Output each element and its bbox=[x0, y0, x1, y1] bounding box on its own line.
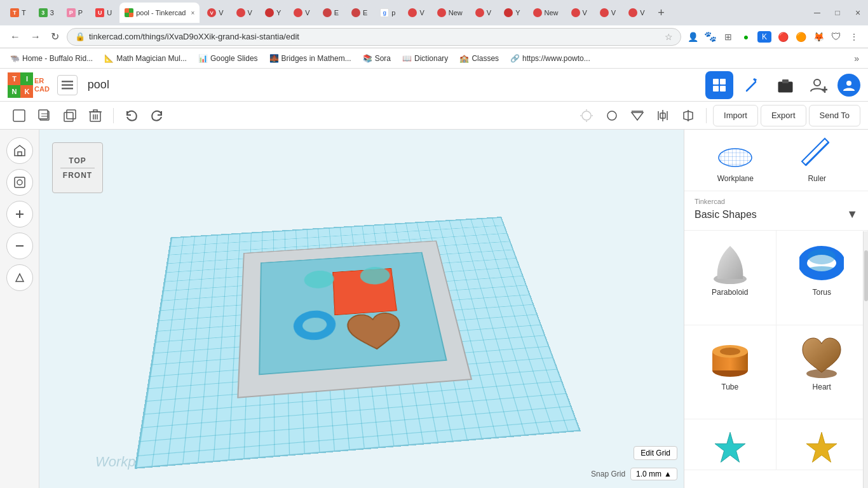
pool-base[interactable] bbox=[237, 241, 472, 398]
shape-tube[interactable]: Tube bbox=[684, 325, 776, 420]
tab-v8[interactable]: V bbox=[623, 3, 649, 23]
export-button[interactable]: Export bbox=[761, 105, 806, 126]
new-shape-button[interactable] bbox=[8, 104, 31, 127]
tab-t[interactable]: T T bbox=[5, 3, 31, 23]
svg-point-28 bbox=[719, 149, 752, 166]
browser-ext-4[interactable]: ● bbox=[740, 30, 752, 43]
view-cube[interactable]: TOP FRONT bbox=[52, 142, 103, 193]
add-user-button[interactable] bbox=[804, 71, 832, 99]
tab-e2[interactable]: E bbox=[346, 3, 372, 23]
shape-torus[interactable]: Torus bbox=[776, 231, 869, 325]
edit-grid-button[interactable]: Edit Grid bbox=[634, 446, 677, 460]
zoom-in-button[interactable] bbox=[6, 201, 33, 227]
browser-ext-6[interactable]: 🔴 bbox=[776, 30, 789, 43]
ruler-tool[interactable]: Ruler bbox=[798, 137, 836, 183]
browser-ext-9[interactable]: 🛡 bbox=[830, 30, 843, 43]
bookmark-sora[interactable]: 📚 Sora bbox=[358, 52, 396, 65]
browser-ext-7[interactable]: 🟠 bbox=[794, 30, 807, 43]
reload-button[interactable]: ↻ bbox=[48, 28, 62, 45]
snap-grid-value[interactable]: 1.0 mm ▲ bbox=[630, 468, 677, 480]
send-to-button[interactable]: Send To bbox=[809, 105, 860, 126]
user-avatar[interactable] bbox=[837, 74, 860, 97]
undo-button[interactable] bbox=[120, 104, 143, 127]
light-mode-button[interactable] bbox=[575, 104, 598, 127]
projects-icon[interactable] bbox=[771, 71, 799, 99]
bookmark-home[interactable]: 🐃 Home - Buffalo Rid... bbox=[5, 52, 98, 65]
shape-star-teal[interactable] bbox=[684, 419, 776, 470]
browser-menu[interactable]: ⋮ bbox=[848, 30, 860, 43]
list-view-icon[interactable] bbox=[57, 75, 78, 95]
url-bar[interactable]: 🔒 tinkercad.com/things/iXvaD9oXXik-grand… bbox=[67, 28, 681, 46]
tab-p[interactable]: P P bbox=[62, 3, 88, 23]
tab-y1[interactable]: Y bbox=[260, 3, 286, 23]
tab-e1[interactable]: E bbox=[318, 3, 344, 23]
browser-ext-2[interactable]: 🐾 bbox=[704, 30, 717, 43]
bookmarks-more[interactable]: » bbox=[850, 51, 863, 65]
fit-view-button[interactable] bbox=[6, 169, 33, 196]
close-button[interactable]: × bbox=[853, 8, 863, 18]
tab-v7[interactable]: V bbox=[595, 3, 621, 23]
tab-y2[interactable]: Y bbox=[499, 3, 525, 23]
shape-heart-3d[interactable] bbox=[344, 310, 407, 357]
tab-u[interactable]: U U bbox=[90, 3, 117, 23]
svg-rect-13 bbox=[13, 110, 25, 121]
tab-active[interactable]: pool - Tinkercad × bbox=[119, 3, 200, 23]
bookmark-powto[interactable]: 🔗 https://www.powto... bbox=[505, 52, 595, 65]
shape-heart-item[interactable]: Heart bbox=[776, 325, 869, 420]
workplane-tool[interactable]: Workplane bbox=[716, 137, 754, 183]
left-panel bbox=[0, 130, 39, 488]
tab-new1[interactable]: New bbox=[432, 3, 468, 23]
browser-ext-1[interactable]: 👤 bbox=[686, 30, 699, 43]
app-container: T I N K ERCAD pool bbox=[0, 69, 868, 488]
import-button[interactable]: Import bbox=[713, 105, 758, 126]
star-icon[interactable]: ☆ bbox=[665, 32, 673, 42]
bookmark-math[interactable]: 📐 Math Magician Mul... bbox=[99, 52, 192, 65]
svg-rect-7 bbox=[778, 82, 792, 92]
minimize-button[interactable]: ─ bbox=[812, 8, 822, 18]
tab-v5[interactable]: V bbox=[470, 3, 496, 23]
tab-v3[interactable]: V bbox=[288, 3, 315, 23]
zoom-out-button[interactable] bbox=[6, 233, 33, 259]
shape-heart-label: Heart bbox=[813, 383, 831, 391]
tab-v1[interactable]: V V bbox=[202, 3, 228, 23]
forward-button[interactable]: → bbox=[28, 29, 43, 45]
category-dropdown[interactable]: ▼ bbox=[846, 208, 858, 221]
bookmark-bridges[interactable]: 🌉 Bridges in Mathem... bbox=[264, 52, 356, 65]
bookmark-classes[interactable]: 🏫 Classes bbox=[454, 52, 504, 65]
browser-ext-3[interactable]: ⊞ bbox=[722, 30, 735, 43]
browser-chrome: T T 3 3 P P U U pool - Tinkercad × V V bbox=[0, 0, 868, 69]
shape-paraboloid[interactable]: Paraboloid bbox=[684, 231, 776, 325]
scrollbar[interactable] bbox=[863, 231, 868, 488]
tab-v4[interactable]: V bbox=[403, 3, 429, 23]
pickaxe-icon[interactable] bbox=[738, 71, 766, 99]
tk-logo[interactable]: T I N K ERCAD bbox=[8, 72, 50, 98]
maximize-button[interactable]: □ bbox=[832, 8, 843, 18]
bookmarks-bar: 🐃 Home - Buffalo Rid... 📐 Math Magician … bbox=[0, 48, 868, 69]
viewport-3d[interactable]: TOP FRONT bbox=[39, 130, 684, 488]
bookmark-slides[interactable]: 📊 Google Slides bbox=[193, 52, 263, 65]
duplicate-button[interactable] bbox=[58, 104, 81, 127]
tab-new2[interactable]: New bbox=[528, 3, 564, 23]
tab-v6[interactable]: V bbox=[566, 3, 592, 23]
mirror-button[interactable] bbox=[677, 104, 700, 127]
shape-select-button[interactable] bbox=[600, 104, 623, 127]
home-view-button[interactable] bbox=[6, 137, 33, 164]
delete-button[interactable] bbox=[84, 104, 107, 127]
tab-g[interactable]: g p bbox=[375, 3, 400, 23]
shape-star-gold[interactable] bbox=[776, 419, 869, 470]
redo-button[interactable] bbox=[146, 104, 168, 127]
back-button[interactable]: ← bbox=[8, 29, 23, 45]
new-tab-button[interactable]: + bbox=[653, 4, 670, 22]
browser-ext-8[interactable]: 🦊 bbox=[812, 30, 825, 43]
bookmark-dictionary[interactable]: 📖 Dictionary bbox=[397, 52, 453, 65]
perspective-button[interactable] bbox=[6, 264, 33, 291]
tab-v2[interactable]: V bbox=[231, 3, 257, 23]
flip-button[interactable] bbox=[626, 104, 649, 127]
browser-ext-5[interactable]: K bbox=[757, 31, 771, 43]
grid-view-button[interactable] bbox=[705, 71, 733, 99]
copy-from-another-button[interactable] bbox=[33, 104, 56, 127]
tab-3[interactable]: 3 3 bbox=[34, 3, 59, 23]
align-button[interactable] bbox=[651, 104, 674, 127]
url-text: tinkercad.com/things/iXvaD9oXXik-grand-k… bbox=[89, 32, 299, 41]
svg-rect-8 bbox=[782, 79, 789, 83]
